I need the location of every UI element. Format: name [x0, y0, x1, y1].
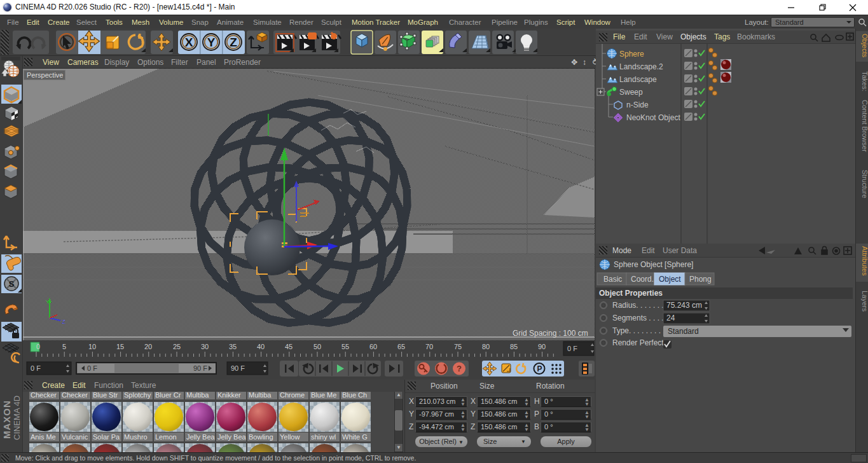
- svg-text:50: 50: [313, 343, 321, 350]
- svg-text:55: 55: [341, 343, 349, 350]
- svg-text:Radius. . . . . . . .: Radius. . . . . . . .: [612, 301, 668, 310]
- svg-text:Coord.: Coord.: [631, 275, 654, 284]
- svg-text:40: 40: [257, 343, 265, 350]
- svg-text:n-Side: n-Side: [626, 100, 649, 109]
- svg-text:?: ?: [457, 364, 462, 373]
- svg-text:90: 90: [538, 343, 546, 350]
- svg-text:Standard: Standard: [668, 327, 699, 336]
- svg-text:S: S: [9, 279, 15, 289]
- svg-text:Y: Y: [207, 36, 216, 49]
- svg-text:75: 75: [454, 343, 462, 350]
- svg-text:Y: Y: [46, 299, 50, 305]
- svg-text:90 F: 90 F: [231, 364, 245, 372]
- svg-text:Landscape.2: Landscape.2: [619, 62, 663, 71]
- svg-text:Segments . . . .: Segments . . . .: [612, 314, 664, 322]
- svg-text:65: 65: [397, 343, 405, 350]
- svg-text:Grid Spacing : 100 cm: Grid Spacing : 100 cm: [513, 329, 588, 338]
- svg-text:X: X: [185, 36, 193, 49]
- svg-text:Sphere: Sphere: [619, 50, 644, 59]
- svg-text:35: 35: [229, 343, 237, 350]
- svg-text:CINEMA 4D: CINEMA 4D: [12, 396, 22, 440]
- svg-text:Sphere Object [Sphere]: Sphere Object [Sphere]: [614, 260, 693, 269]
- svg-text:0: 0: [36, 343, 40, 350]
- svg-text:15: 15: [116, 343, 124, 350]
- svg-text:Landscape: Landscape: [619, 75, 657, 84]
- svg-text:Type. . . . . . . . . .: Type. . . . . . . . . .: [612, 326, 669, 335]
- svg-text:Object: Object: [659, 275, 681, 284]
- svg-text:20: 20: [144, 343, 152, 350]
- svg-text:70: 70: [425, 343, 433, 350]
- svg-text:25: 25: [173, 343, 181, 350]
- svg-text:Basic: Basic: [603, 275, 622, 284]
- svg-text:0 F: 0 F: [567, 345, 577, 352]
- svg-text:5: 5: [62, 343, 66, 350]
- svg-text:10: 10: [88, 343, 96, 350]
- svg-text:Sweep: Sweep: [619, 88, 643, 97]
- svg-text:Object Properties: Object Properties: [599, 289, 663, 298]
- svg-text:24: 24: [666, 314, 675, 322]
- svg-text:Phong: Phong: [689, 275, 712, 284]
- svg-text:85: 85: [510, 343, 518, 350]
- svg-text:75.243 cm: 75.243 cm: [666, 301, 702, 310]
- svg-text:Z: Z: [62, 319, 65, 325]
- svg-text:Render Perfect: Render Perfect: [612, 338, 664, 347]
- svg-text:NeoKnot Object: NeoKnot Object: [626, 113, 680, 122]
- svg-text:30: 30: [201, 343, 209, 350]
- svg-text:Z: Z: [230, 36, 237, 49]
- svg-text:60: 60: [369, 343, 377, 350]
- svg-text:P: P: [537, 364, 542, 373]
- svg-text:90 F: 90 F: [193, 364, 207, 372]
- svg-text:0 F: 0 F: [31, 364, 41, 372]
- svg-text:80: 80: [482, 343, 490, 350]
- svg-text:0 F: 0 F: [87, 364, 97, 372]
- svg-text:MAXON: MAXON: [1, 400, 12, 439]
- svg-text:45: 45: [285, 343, 293, 350]
